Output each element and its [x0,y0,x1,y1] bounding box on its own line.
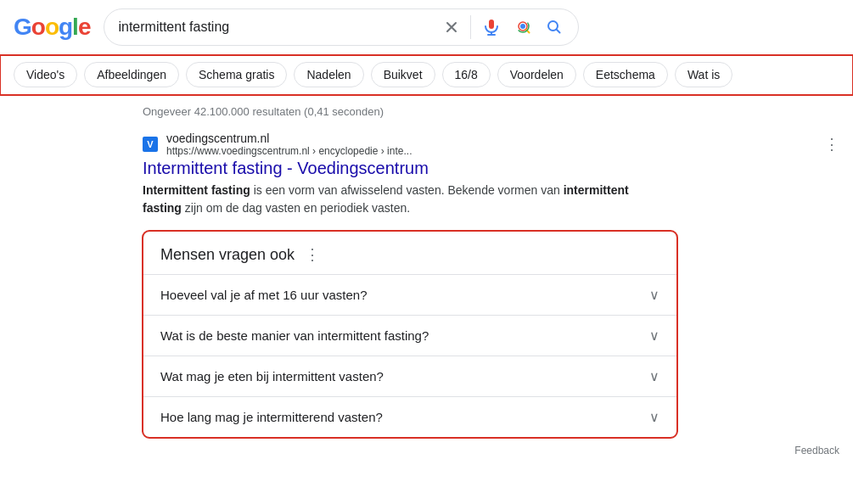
feedback-bar[interactable]: Feedback [0,438,853,463]
chip-afbeeldingen[interactable]: Afbeeldingen [84,62,179,87]
favicon: V [143,137,158,152]
search-button[interactable] [544,17,564,37]
svg-point-3 [520,24,525,29]
paa-question-1: Wat is de beste manier van intermittent … [160,328,429,343]
chevron-down-icon-2: ∨ [649,368,659,384]
paa-title: Mensen vragen ook [160,246,295,264]
paa-item-0[interactable]: Hoeveel val je af met 16 uur vasten? ∨ [143,274,676,315]
chip-nadelen[interactable]: Nadelen [294,62,363,87]
close-icon [443,19,460,36]
paa-box: Mensen vragen ook ⋮ Hoeveel val je af me… [143,231,677,438]
paa-header: Mensen vragen ook ⋮ [143,232,676,274]
search-input[interactable] [118,20,435,35]
result-item: V voedingscentrum.nl https://www.voeding… [143,132,839,217]
lens-button[interactable] [512,15,536,39]
chip-videos[interactable]: Video's [14,62,77,87]
chips-bar: Video's Afbeeldingen Schema gratis Nadel… [0,55,853,95]
search-icon [546,19,563,36]
results-area: Ongeveer 42.100.000 resultaten (0,41 sec… [0,95,853,438]
search-bar [104,8,579,46]
chevron-down-icon-0: ∨ [649,287,659,303]
svg-rect-0 [489,20,494,29]
source-name: voedingscentrum.nl [166,132,412,145]
chip-voordelen[interactable]: Voordelen [497,62,576,87]
paa-item-1[interactable]: Wat is de beste manier van intermittent … [143,315,676,356]
mic-button[interactable] [480,15,503,39]
result-title[interactable]: Intermittent fasting - Voedingscentrum [143,159,839,178]
chevron-down-icon-3: ∨ [649,409,659,425]
lens-icon [513,17,534,37]
result-snippet: Intermittent fasting is een vorm van afw… [143,182,652,217]
search-icons [441,15,564,39]
chevron-down-icon-1: ∨ [649,328,659,344]
paa-question-3: Hoe lang mag je intermitterend vasten? [160,410,383,424]
chip-168[interactable]: 16/8 [442,62,491,87]
paa-question-2: Wat mag je eten bij intermittent vasten? [160,369,384,384]
paa-item-3[interactable]: Hoe lang mag je intermitterend vasten? ∨ [143,396,676,437]
more-options-icon[interactable]: ⋮ [824,135,839,154]
mic-icon [481,17,502,37]
chip-eetschema[interactable]: Eetschema [583,62,668,87]
header: Google [0,0,853,55]
google-logo: Google [14,14,90,41]
divider [470,15,471,39]
clear-button[interactable] [441,17,462,37]
result-source: V voedingscentrum.nl https://www.voeding… [143,132,839,157]
source-info: voedingscentrum.nl https://www.voedingsc… [166,132,412,157]
chip-wat-is[interactable]: Wat is [675,62,732,87]
chip-schema-gratis[interactable]: Schema gratis [186,62,287,87]
source-url: https://www.voedingscentrum.nl › encyclo… [166,145,412,157]
paa-item-2[interactable]: Wat mag je eten bij intermittent vasten?… [143,356,676,396]
chip-buikvet[interactable]: Buikvet [371,62,435,87]
results-count: Ongeveer 42.100.000 resultaten (0,41 sec… [143,105,839,118]
paa-options-icon[interactable]: ⋮ [305,245,320,264]
paa-question-0: Hoeveel val je af met 16 uur vasten? [160,288,367,302]
